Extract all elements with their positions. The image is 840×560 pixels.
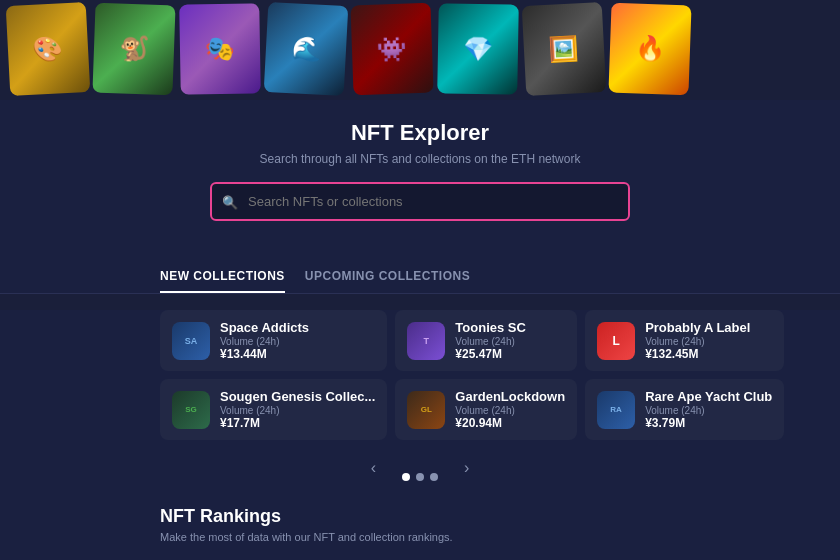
nft-thumb-1: 🎨 [6, 2, 91, 96]
collection-info-rare-ape: Rare Ape Yacht Club Volume (24h) ¥3.79M [645, 389, 772, 430]
collection-card-sougen[interactable]: SG Sougen Genesis Collec... Volume (24h)… [160, 379, 387, 440]
page-title: NFT Explorer [160, 120, 680, 146]
rankings-tabs: COLLECTIONS NFTS SALES ACTIVITY [160, 553, 680, 560]
rankings-subtitle: Make the most of data with our NFT and c… [160, 531, 680, 543]
avatar-probably: L [597, 322, 635, 360]
collection-card-rare-ape[interactable]: RA Rare Ape Yacht Club Volume (24h) ¥3.7… [585, 379, 784, 440]
avatar-sougen: SG [172, 391, 210, 429]
collection-name-toonies: Toonies SC [455, 320, 565, 335]
nft-thumb-3: 🎭 [179, 3, 261, 94]
collection-card-toonies[interactable]: T Toonies SC Volume (24h) ¥25.47M [395, 310, 577, 371]
vol-label-rare-ape: Volume (24h) [645, 405, 772, 416]
collection-card-garden[interactable]: GL GardenLockdown Volume (24h) ¥20.94M [395, 379, 577, 440]
search-input[interactable] [210, 182, 630, 221]
rankings-section: NFT Rankings Make the most of data with … [0, 494, 840, 560]
vol-value-probably: ¥132.45M [645, 347, 772, 361]
avatar-garden: GL [407, 391, 445, 429]
vol-value-sougen: ¥17.7M [220, 416, 375, 430]
vol-label-sougen: Volume (24h) [220, 405, 375, 416]
rank-tab-collections[interactable]: COLLECTIONS [160, 553, 252, 560]
avatar-toonies: T [407, 322, 445, 360]
nft-thumb-7: 🖼️ [522, 2, 607, 96]
collection-info-toonies: Toonies SC Volume (24h) ¥25.47M [455, 320, 565, 361]
collection-name-sougen: Sougen Genesis Collec... [220, 389, 375, 404]
collection-name-garden: GardenLockdown [455, 389, 565, 404]
carousel-dot-1[interactable] [402, 473, 410, 481]
avatar-space-addicts: SA [172, 322, 210, 360]
nft-thumb-2: 🐒 [92, 3, 175, 96]
nft-thumbnails: 🎨 🐒 🎭 🌊 👾 💎 🖼️ 🔥 [0, 0, 840, 100]
carousel-dot-3[interactable] [430, 473, 438, 481]
page-subtitle: Search through all NFTs and collections … [160, 152, 680, 166]
collections-grid: SA Space Addicts Volume (24h) ¥13.44M T … [160, 310, 680, 440]
vol-value-toonies: ¥25.47M [455, 347, 565, 361]
nft-thumb-8: 🔥 [608, 3, 691, 96]
search-container: 🔍 [210, 182, 630, 221]
carousel-dot-2[interactable] [416, 473, 424, 481]
vol-label-garden: Volume (24h) [455, 405, 565, 416]
collection-info-probably: Probably A Label Volume (24h) ¥132.45M [645, 320, 772, 361]
rank-tab-nfts[interactable]: NFTS [272, 553, 305, 560]
rankings-title: NFT Rankings [160, 506, 680, 527]
vol-label-probably: Volume (24h) [645, 336, 772, 347]
vol-value-space-addicts: ¥13.44M [220, 347, 375, 361]
collection-info-sougen: Sougen Genesis Collec... Volume (24h) ¥1… [220, 389, 375, 430]
nft-thumb-4: 🌊 [264, 2, 349, 96]
collection-card-space-addicts[interactable]: SA Space Addicts Volume (24h) ¥13.44M [160, 310, 387, 371]
carousel-next[interactable]: › [464, 459, 469, 477]
collection-info-space-addicts: Space Addicts Volume (24h) ¥13.44M [220, 320, 375, 361]
main-header: NFT Explorer Search through all NFTs and… [0, 100, 840, 261]
vol-value-garden: ¥20.94M [455, 416, 565, 430]
vol-label-space-addicts: Volume (24h) [220, 336, 375, 347]
vol-value-rare-ape: ¥3.79M [645, 416, 772, 430]
collection-name-probably: Probably A Label [645, 320, 772, 335]
avatar-rare-ape: RA [597, 391, 635, 429]
search-icon: 🔍 [222, 194, 238, 209]
tab-new-collections[interactable]: NEW COLLECTIONS [160, 261, 285, 293]
nft-thumb-6: 💎 [437, 3, 519, 94]
collection-name-space-addicts: Space Addicts [220, 320, 375, 335]
carousel-dots [402, 473, 438, 481]
collection-info-garden: GardenLockdown Volume (24h) ¥20.94M [455, 389, 565, 430]
collections-carousel: SA Space Addicts Volume (24h) ¥13.44M T … [0, 310, 840, 494]
collections-section: SA Space Addicts Volume (24h) ¥13.44M T … [0, 310, 840, 464]
tab-upcoming-collections[interactable]: UPCOMING COLLECTIONS [305, 261, 470, 293]
collections-tabs: NEW COLLECTIONS UPCOMING COLLECTIONS [0, 261, 840, 294]
collection-card-probably[interactable]: L Probably A Label Volume (24h) ¥132.45M [585, 310, 784, 371]
carousel-nav: ‹ › [0, 464, 840, 494]
collection-name-rare-ape: Rare Ape Yacht Club [645, 389, 772, 404]
hero-banner: 🎨 🐒 🎭 🌊 👾 💎 🖼️ 🔥 [0, 0, 840, 100]
nft-thumb-5: 👾 [350, 3, 433, 96]
rank-tab-sales[interactable]: SALES ACTIVITY [325, 553, 430, 560]
vol-label-toonies: Volume (24h) [455, 336, 565, 347]
carousel-prev[interactable]: ‹ [371, 459, 376, 477]
